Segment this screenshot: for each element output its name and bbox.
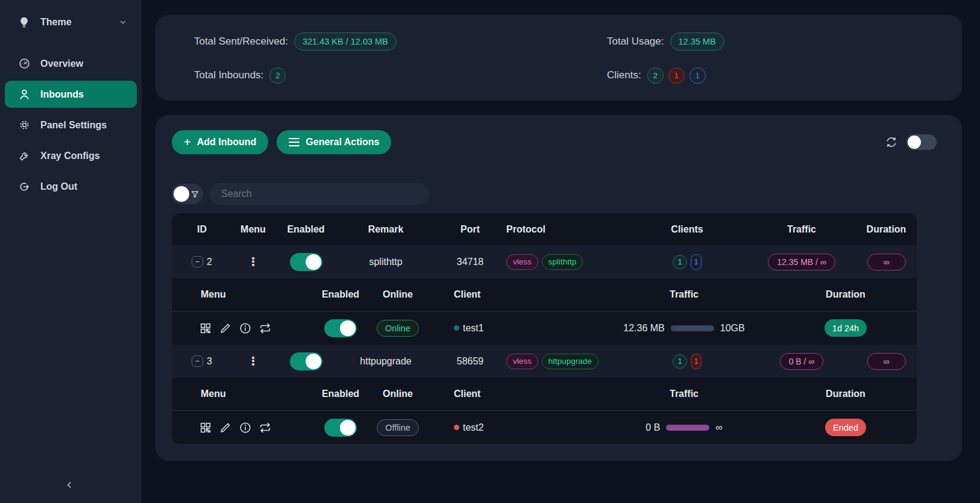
subheader-client: Client xyxy=(425,289,594,300)
sidebar-item-label: Panel Settings xyxy=(40,120,107,131)
clients-deactive-badge: 1 xyxy=(691,354,702,369)
header-protocol: Protocol xyxy=(506,224,627,235)
dashboard-gauge-icon xyxy=(17,57,31,71)
traffic-progress-bar xyxy=(671,325,714,331)
sidebar-item-label: Log Out xyxy=(40,181,77,192)
qrcode-icon[interactable] xyxy=(199,322,212,335)
reset-traffic-icon[interactable] xyxy=(259,421,272,434)
row-menu-icon[interactable]: ⋮ xyxy=(248,354,259,368)
client-name: test1 xyxy=(463,323,484,334)
total-inbounds-badge: 2 xyxy=(269,67,286,84)
inbounds-panel-card: + Add Inbound General Actions xyxy=(155,115,962,461)
wrench-icon xyxy=(17,149,31,163)
transport-tag: httpupgrade xyxy=(542,354,598,369)
info-icon[interactable] xyxy=(239,421,252,434)
inbound-id: 2 xyxy=(207,257,212,267)
client-actions xyxy=(172,322,310,335)
header-port: Port xyxy=(434,224,506,235)
inbound-port: 34718 xyxy=(434,257,506,267)
inbound-remark: httpupgrade xyxy=(338,356,434,367)
inbound-port: 58659 xyxy=(434,356,506,367)
auto-refresh-toggle[interactable] xyxy=(906,134,937,150)
sidebar-item-xray-configs[interactable]: Xray Configs xyxy=(5,142,137,169)
general-actions-button[interactable]: General Actions xyxy=(277,130,391,154)
stat-label: Total Usage: xyxy=(607,36,664,48)
client-row: Offline test2 0 B ∞ Ended xyxy=(172,411,917,444)
inbound-duration-badge: ∞ xyxy=(867,353,906,370)
search-row xyxy=(172,183,962,205)
client-status-dot xyxy=(454,325,459,331)
lightbulb-icon xyxy=(17,15,31,30)
sidebar-collapse-button[interactable] xyxy=(60,478,78,492)
person-icon xyxy=(17,87,31,102)
sidebar-item-label: Xray Configs xyxy=(40,151,100,161)
clients-total-badge: 2 xyxy=(647,67,664,84)
edit-pencil-icon[interactable] xyxy=(219,322,232,335)
info-icon[interactable] xyxy=(239,322,252,335)
stat-total-inbounds: Total Inbounds: 2 xyxy=(194,67,607,84)
gear-icon xyxy=(17,118,31,133)
client-status-dot xyxy=(454,425,459,430)
protocol-tag: vless xyxy=(506,254,538,270)
inbound-traffic-badge: 0 B / ∞ xyxy=(780,353,824,370)
client-traffic: 0 B ∞ xyxy=(594,422,774,433)
clients-count-badge: 1 xyxy=(673,255,687,269)
subheader-online: Online xyxy=(371,289,425,300)
inbound-remark: splithttp xyxy=(338,257,434,267)
header-traffic: Traffic xyxy=(747,224,856,235)
sidebar-item-theme[interactable]: Theme xyxy=(5,8,137,36)
logout-icon xyxy=(17,180,31,194)
client-duration-badge: 1d 24h xyxy=(825,319,867,337)
inbound-row: − 3 ⋮ httpupgrade 58659 vless httpupgrad… xyxy=(172,345,917,378)
inbound-enabled-toggle[interactable] xyxy=(290,352,322,370)
refresh-icon[interactable] xyxy=(885,136,898,149)
client-subtable-header: Menu Enabled Online Client Traffic Durat… xyxy=(172,278,917,311)
chevron-left-icon xyxy=(64,480,74,490)
sidebar-item-label: Inbounds xyxy=(40,89,84,100)
traffic-total: 10GB xyxy=(720,323,745,334)
inbound-enabled-toggle[interactable] xyxy=(290,253,322,271)
sidebar-item-panel-settings[interactable]: Panel Settings xyxy=(5,111,137,139)
traffic-used: 12.36 MB xyxy=(623,323,664,334)
client-enabled-toggle[interactable] xyxy=(324,319,357,337)
header-clients: Clients xyxy=(627,224,747,235)
sidebar-item-inbounds[interactable]: Inbounds xyxy=(5,81,137,108)
collapse-row-icon[interactable]: − xyxy=(192,256,203,267)
stat-total-usage: Total Usage: 12.35 MB xyxy=(607,33,962,51)
add-inbound-label: Add Inbound xyxy=(197,137,257,148)
reset-traffic-icon[interactable] xyxy=(259,322,272,335)
filter-toggle[interactable] xyxy=(172,184,203,204)
client-status-badge: Offline xyxy=(377,419,419,436)
subheader-client: Client xyxy=(425,389,594,399)
stat-sent-received: Total Sent/Received: 321.43 KB / 12.03 M… xyxy=(194,33,607,51)
toolbar-right xyxy=(885,134,937,150)
inbound-duration-badge: ∞ xyxy=(867,254,906,270)
subheader-enabled: Enabled xyxy=(310,289,371,300)
funnel-icon xyxy=(190,190,199,199)
client-enabled-toggle[interactable] xyxy=(324,419,357,437)
edit-pencil-icon[interactable] xyxy=(219,421,232,434)
app-root: Theme Overview Inbounds Panel Settings xyxy=(0,0,980,503)
collapse-row-icon[interactable]: − xyxy=(192,355,203,367)
clients-deactive-badge: 1 xyxy=(668,67,685,84)
sidebar: Theme Overview Inbounds Panel Settings xyxy=(0,0,142,503)
transport-tag: splithttp xyxy=(542,254,583,270)
row-menu-icon[interactable]: ⋮ xyxy=(248,255,259,269)
table-header-row: ID Menu Enabled Remark Port Protocol Cli… xyxy=(172,213,917,245)
add-inbound-button[interactable]: + Add Inbound xyxy=(172,130,268,154)
subheader-online: Online xyxy=(371,389,425,399)
clients-badges: 2 1 1 xyxy=(647,67,706,84)
sidebar-item-log-out[interactable]: Log Out xyxy=(5,173,137,200)
toolbar: + Add Inbound General Actions xyxy=(172,130,962,154)
search-input[interactable] xyxy=(209,183,429,205)
client-row: Online test1 12.36 MB 10GB 1d 24h xyxy=(172,311,917,345)
subheader-traffic: Traffic xyxy=(594,289,774,300)
traffic-total: ∞ xyxy=(715,422,722,433)
inbound-traffic-badge: 12.35 MB / ∞ xyxy=(768,254,835,270)
stat-label: Clients: xyxy=(607,69,641,81)
main-content: Total Sent/Received: 321.43 KB / 12.03 M… xyxy=(142,0,980,503)
sidebar-item-overview[interactable]: Overview xyxy=(5,50,137,77)
header-duration: Duration xyxy=(856,224,917,235)
stat-clients: Clients: 2 1 1 xyxy=(607,67,962,84)
qrcode-icon[interactable] xyxy=(199,421,212,434)
